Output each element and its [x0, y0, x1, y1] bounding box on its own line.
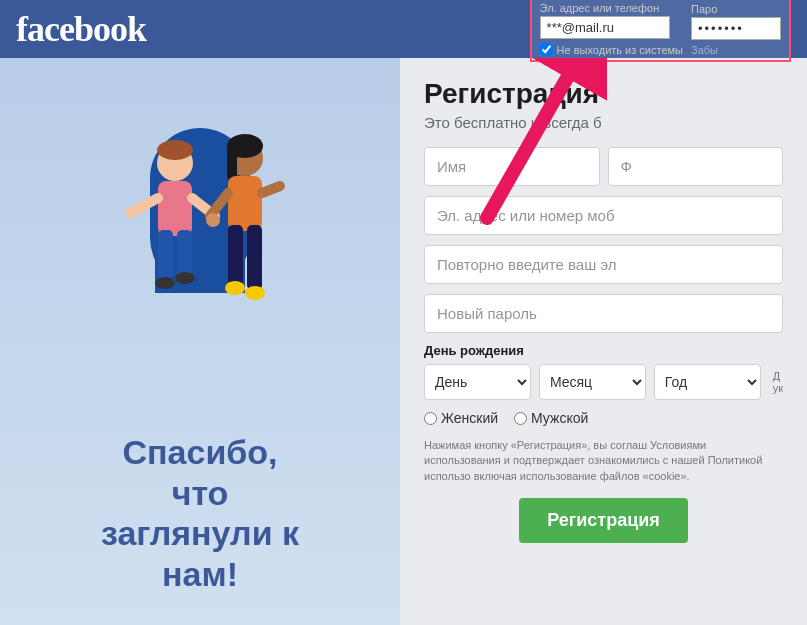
- svg-point-12: [175, 272, 195, 284]
- year-select[interactable]: Год: [654, 364, 761, 400]
- facebook-logo: facebook: [16, 8, 146, 50]
- birthday-hint: Дук: [773, 370, 783, 394]
- svg-line-18: [262, 186, 280, 193]
- name-row: [424, 147, 783, 186]
- svg-rect-20: [247, 225, 262, 290]
- login-section: Эл. адрес или телефон Не выходить из сис…: [530, 0, 791, 62]
- email-field-label: Эл. адрес или телефон: [540, 2, 683, 14]
- welcome-text: Спасибо,чтозаглянули кнам!: [0, 432, 400, 595]
- registration-subtitle: Это бесплатно и всегда б: [424, 114, 783, 131]
- svg-point-11: [155, 277, 175, 289]
- illustration: [0, 58, 400, 378]
- people-illustration: [70, 68, 330, 368]
- confirm-email-input[interactable]: [424, 245, 783, 284]
- password-field-label: Паро: [691, 3, 781, 15]
- day-select[interactable]: День: [424, 364, 531, 400]
- gender-female-radio[interactable]: [424, 412, 437, 425]
- welcome-message: Спасибо,чтозаглянули кнам!: [101, 433, 299, 593]
- birthday-selects: День Месяц Год Дук: [424, 364, 783, 400]
- svg-point-23: [206, 213, 220, 227]
- birthday-label: День рождения: [424, 343, 783, 358]
- gender-male-label: Мужской: [531, 410, 588, 426]
- remember-label: Не выходить из системы: [557, 44, 683, 56]
- registration-title: Регистрация: [424, 78, 783, 110]
- svg-rect-16: [228, 176, 262, 231]
- main-content: Спасибо,чтозаглянули кнам! Регистрация Э…: [0, 58, 807, 625]
- remember-checkbox[interactable]: [540, 43, 553, 56]
- gender-row: Женский Мужской: [424, 410, 783, 426]
- terms-text: Нажимая кнопку «Регистрация», вы соглаш …: [424, 438, 783, 484]
- svg-point-22: [245, 286, 265, 300]
- email-field-group: Эл. адрес или телефон Не выходить из сис…: [540, 2, 683, 56]
- svg-point-21: [225, 281, 245, 295]
- nav-password-input[interactable]: [691, 17, 781, 40]
- last-name-input[interactable]: [608, 147, 784, 186]
- left-panel: Спасибо,чтозаглянули кнам!: [0, 58, 400, 625]
- gender-male-option[interactable]: Мужской: [514, 410, 588, 426]
- new-password-input[interactable]: [424, 294, 783, 333]
- nav-email-input[interactable]: [540, 16, 670, 39]
- gender-female-label: Женский: [441, 410, 498, 426]
- svg-rect-19: [228, 225, 243, 285]
- gender-female-option[interactable]: Женский: [424, 410, 498, 426]
- month-select[interactable]: Месяц: [539, 364, 646, 400]
- svg-rect-6: [158, 181, 192, 236]
- first-name-input[interactable]: [424, 147, 600, 186]
- password-field-group: Паро Забы: [691, 3, 781, 56]
- registration-panel: Регистрация Это бесплатно и всегда б Ден…: [400, 58, 807, 625]
- email-phone-input[interactable]: [424, 196, 783, 235]
- register-button[interactable]: Регистрация: [519, 498, 688, 543]
- forgot-password-link[interactable]: Забы: [691, 44, 781, 56]
- svg-rect-9: [158, 230, 173, 280]
- remember-row: Не выходить из системы: [540, 43, 683, 56]
- svg-rect-15: [227, 146, 237, 181]
- top-navigation: facebook Эл. адрес или телефон Не выходи…: [0, 0, 807, 58]
- gender-male-radio[interactable]: [514, 412, 527, 425]
- svg-point-5: [157, 140, 193, 160]
